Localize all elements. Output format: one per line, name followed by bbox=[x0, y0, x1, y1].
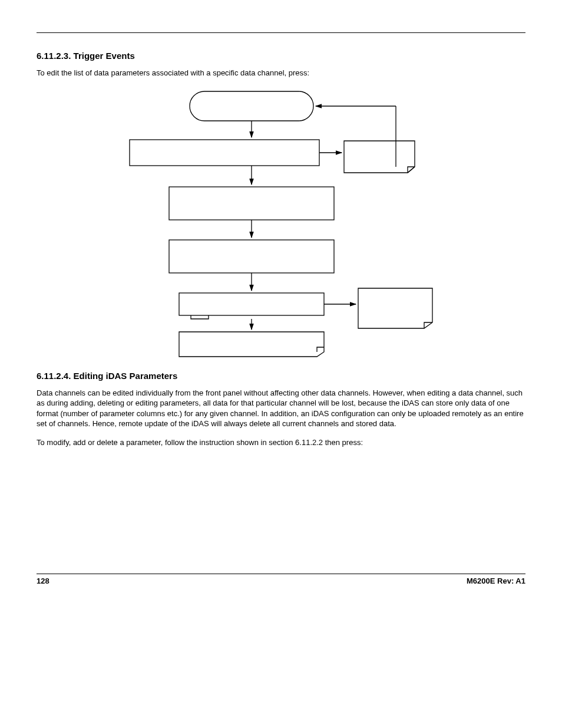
page: 6.11.2.3. Trigger Events To edit the lis… bbox=[0, 0, 562, 728]
section2-para1: Data channels can be edited individually… bbox=[37, 388, 525, 429]
section-heading-editing-idas: 6.11.2.4. Editing iDAS Parameters bbox=[37, 371, 525, 381]
flow-box-3 bbox=[169, 240, 334, 273]
page-footer: 128 M6200E Rev: A1 bbox=[37, 574, 525, 585]
top-rule bbox=[37, 32, 525, 33]
flowchart bbox=[37, 87, 525, 358]
flow-note-1-fold bbox=[408, 167, 415, 173]
flow-box-5-fold bbox=[317, 347, 324, 352]
flow-box-4-tab bbox=[191, 315, 209, 319]
section1-intro: To edit the list of data parameters asso… bbox=[37, 68, 525, 78]
flow-note-1 bbox=[344, 141, 415, 173]
flowchart-svg bbox=[125, 87, 437, 358]
flow-terminator bbox=[190, 91, 313, 121]
doc-revision: M6200E Rev: A1 bbox=[467, 577, 525, 585]
section-heading-trigger-events: 6.11.2.3. Trigger Events bbox=[37, 51, 525, 61]
flow-box-5 bbox=[179, 332, 324, 357]
section2-para2: To modify, add or delete a parameter, fo… bbox=[37, 437, 525, 448]
footer-rule bbox=[37, 574, 525, 574]
flow-box-2 bbox=[169, 187, 334, 220]
flow-box-1 bbox=[130, 140, 319, 166]
page-number: 128 bbox=[37, 577, 49, 585]
flow-box-4 bbox=[179, 293, 324, 315]
flow-note-2 bbox=[358, 288, 432, 328]
